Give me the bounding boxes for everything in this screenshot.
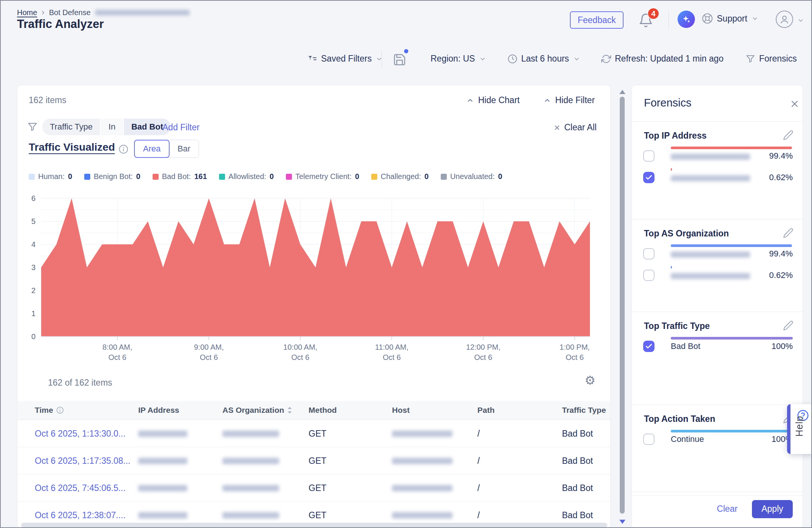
forensics-item-checkbox[interactable] xyxy=(643,172,655,183)
table-row[interactable]: Oct 6 2025, 7:45:06.5...GET/Bad Bot xyxy=(17,474,611,502)
table-row[interactable]: Oct 6 2025, 1:17:35.08...GET/Bad Bot xyxy=(17,447,611,474)
legend-item[interactable]: Allowlisted: 0 xyxy=(219,172,274,181)
column-header-as-org[interactable]: AS Organization xyxy=(222,406,292,415)
ai-assistant-button[interactable] xyxy=(678,11,695,28)
sort-icon[interactable] xyxy=(287,406,292,414)
column-header-method[interactable]: Method xyxy=(309,406,337,415)
horizontal-scrollbar[interactable] xyxy=(21,523,607,528)
pencil-icon[interactable] xyxy=(783,228,793,238)
breadcrumb-section[interactable]: Bot Defense xyxy=(49,8,91,17)
filter-chip[interactable]: Traffic Type In Bad Bot xyxy=(42,119,171,135)
x-axis-tick-label: 8:00 AM,Oct 6 xyxy=(102,343,132,361)
save-filter-icon[interactable] xyxy=(393,53,406,66)
distribution-bar xyxy=(671,337,793,340)
pencil-icon[interactable] xyxy=(783,130,793,140)
cell-method: GET xyxy=(309,474,326,502)
scroll-up-arrow[interactable] xyxy=(619,90,625,94)
legend-item[interactable]: Unevaluated: 0 xyxy=(441,172,502,181)
scroll-down-arrow[interactable] xyxy=(619,520,625,524)
hide-chart-button[interactable]: Hide Chart xyxy=(466,95,520,105)
table-header: Time IP Address AS Organization Method H… xyxy=(17,401,611,420)
traffic-area-chart[interactable]: 01234568:00 AM,Oct 69:00 AM,Oct 610:00 A… xyxy=(17,187,599,362)
distribution-bar xyxy=(671,244,792,247)
x-axis-tick-label: 1:00 PM,Oct 6 xyxy=(560,343,590,361)
refresh-icon xyxy=(601,54,611,64)
legend-value: 0 xyxy=(136,172,140,181)
legend-item[interactable]: Telemetry Client: 0 xyxy=(286,172,359,181)
forensics-item-label-redacted xyxy=(671,154,750,160)
filter-chip-operator[interactable]: In xyxy=(101,119,123,135)
cell-traffic-type: Bad Bot xyxy=(562,447,593,474)
cell-time-link[interactable]: Oct 6 2025, 1:13:30.0... xyxy=(35,420,125,447)
forensics-item-checkbox[interactable] xyxy=(643,270,655,281)
y-axis-tick-label: 6 xyxy=(31,194,36,202)
forensics-title: Forensics xyxy=(644,97,692,109)
add-filter-button[interactable]: Add Filter xyxy=(162,122,199,133)
column-header-ip[interactable]: IP Address xyxy=(138,406,179,415)
forensics-item-row: Continue100% xyxy=(671,434,793,444)
breadcrumb-redacted xyxy=(95,10,190,15)
breadcrumb-home-link[interactable]: Home xyxy=(17,8,37,17)
legend-swatch-icon xyxy=(219,174,225,180)
edit-section-button[interactable] xyxy=(783,228,793,240)
support-menu[interactable]: Support xyxy=(702,13,759,24)
cell-ip xyxy=(138,420,187,447)
cell-as-organization-redacted xyxy=(222,512,279,519)
legend-item[interactable]: Challenged: 0 xyxy=(371,172,429,181)
y-axis-tick-label: 1 xyxy=(31,309,36,318)
time-range-dropdown[interactable]: Last 6 hours xyxy=(508,54,580,64)
clear-all-button[interactable]: Clear All xyxy=(554,122,597,133)
forensics-clear-button[interactable]: Clear xyxy=(717,504,738,514)
column-header-host[interactable]: Host xyxy=(392,406,410,415)
account-menu[interactable] xyxy=(776,11,793,28)
legend-item[interactable]: Bad Bot: 161 xyxy=(153,172,207,181)
lifebuoy-icon xyxy=(702,13,713,24)
hide-filter-button[interactable]: Hide Filter xyxy=(543,95,595,105)
legend-item[interactable]: Human: 0 xyxy=(29,172,72,181)
column-header-path[interactable]: Path xyxy=(477,406,495,415)
cell-as-organization xyxy=(222,447,279,474)
help-tab[interactable]: Help xyxy=(787,404,812,454)
refresh-button[interactable]: Refresh: Updated 1 min ago xyxy=(601,54,724,64)
forensics-item-checkbox[interactable] xyxy=(643,150,655,162)
forensics-item-checkbox[interactable] xyxy=(643,248,655,259)
gear-icon[interactable]: ⚙ xyxy=(585,373,596,388)
filter-chip-field[interactable]: Traffic Type xyxy=(42,119,100,135)
edit-section-button[interactable] xyxy=(783,320,793,332)
column-header-time[interactable]: Time xyxy=(35,406,64,415)
chevron-down-icon[interactable] xyxy=(797,17,804,24)
legend-item[interactable]: Benign Bot: 0 xyxy=(84,172,140,181)
vertical-scrollbar[interactable] xyxy=(620,97,625,514)
funnel-icon xyxy=(27,122,38,132)
table-row[interactable]: Oct 6 2025, 1:13:30.0...GET/Bad Bot xyxy=(17,420,611,447)
pencil-icon[interactable] xyxy=(783,320,793,331)
legend-label: Challenged: xyxy=(381,172,421,181)
cell-time-link[interactable]: Oct 6 2025, 7:45:06.5... xyxy=(35,474,125,502)
cell-as-organization-redacted xyxy=(222,485,279,491)
forensics-section: Top Action TakenContinue100% xyxy=(632,405,803,496)
saved-filters-label: Saved Filters xyxy=(321,54,372,64)
forensics-section-title: Top Action Taken xyxy=(644,414,715,424)
chevron-down-icon xyxy=(375,55,383,63)
feedback-button[interactable]: Feedback xyxy=(570,11,624,29)
forensics-apply-button[interactable]: Apply xyxy=(752,500,793,518)
legend-value: 0 xyxy=(355,172,359,181)
forensics-toggle-button[interactable]: Forensics xyxy=(746,54,797,64)
view-option-bar[interactable]: Bar xyxy=(169,140,199,157)
edit-section-button[interactable] xyxy=(783,130,793,142)
info-icon[interactable] xyxy=(119,144,128,154)
region-dropdown[interactable]: Region: US xyxy=(431,54,486,64)
sparkle-icon xyxy=(681,14,692,25)
check-icon xyxy=(645,343,653,350)
cell-time-link[interactable]: Oct 6 2025, 1:17:35.08... xyxy=(35,447,130,474)
column-header-traffic-type[interactable]: Traffic Type xyxy=(562,406,606,415)
clear-all-label: Clear All xyxy=(564,122,597,133)
traffic-analyzer-screen: Home › Bot Defense Traffic Analyzer Feed… xyxy=(0,0,812,528)
saved-filters-dropdown[interactable]: Saved Filters xyxy=(307,54,383,64)
forensics-item-checkbox[interactable] xyxy=(643,434,655,445)
hide-chart-label: Hide Chart xyxy=(478,95,520,105)
view-option-area[interactable]: Area xyxy=(134,140,170,158)
forensics-item-checkbox[interactable] xyxy=(643,341,655,352)
close-icon[interactable] xyxy=(790,99,800,109)
forensics-item: 0.62% xyxy=(643,167,793,189)
